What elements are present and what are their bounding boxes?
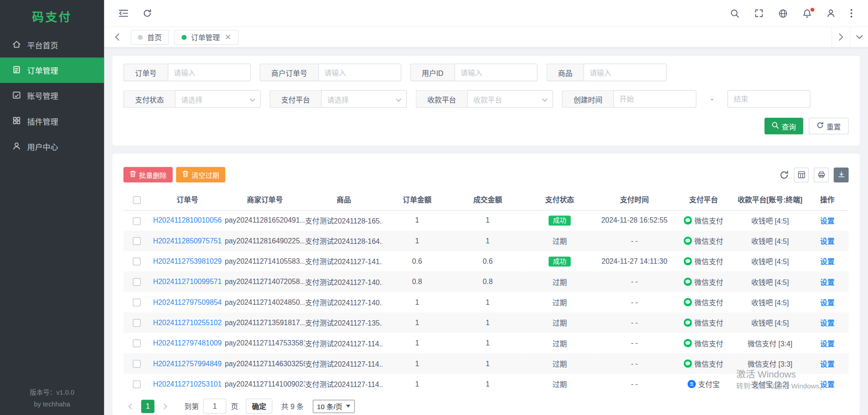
language-globe-icon[interactable] [778, 9, 788, 18]
settings-link[interactable]: 设置 [820, 217, 835, 225]
batch-delete-button[interactable]: 批量删除 [123, 167, 173, 182]
order-no-link[interactable]: H2024112797481009 [153, 339, 222, 347]
user-id-input[interactable] [454, 64, 538, 81]
prev-page-icon[interactable] [123, 400, 137, 413]
row-checkbox[interactable] [133, 217, 141, 225]
receiver-platform: 收钱吧 [4:5] [734, 312, 806, 333]
order-no-link[interactable]: H2024112710255102 [153, 318, 222, 326]
table-row: H2024112797509854 pay2024112714024850...… [123, 292, 849, 312]
product-input[interactable] [584, 64, 667, 81]
select-all-checkbox[interactable] [133, 196, 141, 204]
goto-confirm-button[interactable]: 确定 [246, 399, 273, 414]
deal-amount: 1 [452, 312, 524, 333]
order-no-link[interactable]: H2024112850975751 [153, 237, 222, 245]
refresh-icon [816, 121, 824, 131]
sidebar-item-home[interactable]: 平台首页 [0, 32, 104, 57]
order-icon [12, 65, 21, 75]
clear-icon [182, 170, 189, 179]
column-settings-icon[interactable] [794, 167, 809, 182]
orders-table: 订单号 商家订单号 商品 订单金额 成交金额 支付状态 支付时间 支付平台 收款… [123, 189, 849, 394]
receive-platform-select[interactable]: 收款平台 [467, 90, 553, 108]
row-checkbox[interactable] [133, 258, 141, 266]
print-icon[interactable] [814, 167, 829, 182]
platform-name: 微信支付 [694, 358, 723, 368]
notification-dot [811, 8, 815, 12]
row-checkbox[interactable] [133, 381, 141, 388]
sidebar-item-orders[interactable]: 订单管理 [0, 57, 104, 83]
reset-button[interactable]: 重置 [809, 118, 849, 135]
order-no-link[interactable]: H2024112710099571 [153, 278, 222, 286]
goto-page-input[interactable] [203, 399, 226, 414]
settings-link[interactable]: 设置 [820, 340, 835, 348]
row-checkbox[interactable] [133, 360, 141, 368]
tabs-scroll-left-icon[interactable] [108, 27, 125, 47]
deal-amount: 1 [452, 333, 524, 353]
sidebar-item-user-center[interactable]: 用户中心 [0, 134, 104, 159]
close-tab-icon[interactable]: ✕ [225, 33, 231, 41]
tab-order-management[interactable]: 订单管理 ✕ [175, 30, 239, 45]
order-amount: 0.6 [382, 251, 452, 271]
receiver-platform: 支付宝 [2:2] [734, 374, 806, 394]
row-checkbox[interactable] [133, 299, 141, 307]
user-icon[interactable] [826, 9, 835, 18]
page-size-select[interactable]: 10 条/页 [312, 400, 355, 413]
wechat-pay-icon [684, 359, 692, 367]
tabs-menu-chevron-down-icon[interactable] [850, 27, 868, 47]
product-name: 支付测试20241127-114... [305, 333, 382, 353]
order-no-link[interactable]: H2024112757994849 [153, 359, 222, 368]
sidebar-item-label: 账号管理 [27, 90, 58, 101]
version-line: 版本号：v1.0.0 [0, 387, 104, 398]
order-no-link[interactable]: H2024112810010056 [153, 216, 222, 224]
row-checkbox[interactable] [133, 319, 141, 327]
deal-amount: 1 [452, 210, 524, 230]
page-content: 订单号 商户订单号 用户ID 商品 [104, 47, 868, 415]
row-checkbox[interactable] [133, 238, 141, 245]
product-name: 支付测试20241128-165... [305, 210, 382, 230]
status-text: 过期 [552, 298, 567, 307]
bell-icon[interactable] [803, 9, 812, 18]
settings-link[interactable]: 设置 [820, 380, 835, 388]
table-row: H2024112753981029 pay2024112714105583...… [123, 251, 849, 271]
settings-link[interactable]: 设置 [820, 278, 835, 286]
start-date-input[interactable] [613, 90, 697, 108]
search-icon[interactable] [730, 9, 740, 18]
settings-link[interactable]: 设置 [820, 237, 835, 245]
order-no-link[interactable]: H2024112797509854 [153, 298, 222, 306]
sidebar: 码支付 平台首页 订单管理 账号管理 插件管理 用户中心 [0, 0, 104, 415]
query-button[interactable]: 查询 [764, 118, 803, 135]
table-toolbar: 批量删除 清空过期 [123, 167, 849, 182]
export-icon[interactable] [834, 167, 849, 182]
settings-link[interactable]: 设置 [820, 258, 835, 266]
collapse-sidebar-icon[interactable] [118, 9, 128, 18]
row-checkbox[interactable] [133, 278, 141, 286]
product-name: 支付测试20241127-114... [305, 374, 382, 394]
settings-link[interactable]: 设置 [820, 298, 835, 307]
more-menu-icon[interactable] [850, 9, 853, 18]
next-page-icon[interactable] [159, 400, 172, 413]
pay-platform-select[interactable]: 请选择 [321, 90, 407, 108]
row-checkbox[interactable] [133, 340, 141, 347]
total-count-label: 共 9 条 [281, 401, 304, 411]
platform-name: 微信支付 [694, 297, 723, 307]
sidebar-item-plugins[interactable]: 插件管理 [0, 108, 104, 134]
clear-expired-button[interactable]: 清空过期 [176, 167, 225, 182]
merchant-order-no: pay202411271147533581 [225, 333, 305, 353]
tab-home[interactable]: 首页 [131, 30, 169, 45]
end-date-input[interactable] [727, 90, 811, 108]
order-no-link[interactable]: H2024112753981029 [153, 257, 222, 265]
order-no-input[interactable] [168, 64, 251, 81]
tabs-scroll-right-icon[interactable] [831, 27, 849, 47]
reload-table-icon[interactable] [779, 170, 789, 180]
page-number-current[interactable]: 1 [141, 400, 154, 413]
settings-link[interactable]: 设置 [820, 360, 835, 368]
status-text: 过期 [552, 360, 567, 368]
settings-link[interactable]: 设置 [820, 319, 835, 327]
merchant-order-no-input[interactable] [318, 64, 401, 81]
order-no-link[interactable]: H2024112710253101 [153, 380, 222, 388]
fullscreen-icon[interactable] [755, 9, 764, 18]
reset-button-label: 重置 [826, 121, 841, 131]
refresh-icon[interactable] [143, 9, 152, 18]
sidebar-item-accounts[interactable]: 账号管理 [0, 83, 104, 108]
status-badge: 成功 [548, 215, 571, 225]
pay-status-select[interactable]: 请选择 [175, 90, 261, 108]
